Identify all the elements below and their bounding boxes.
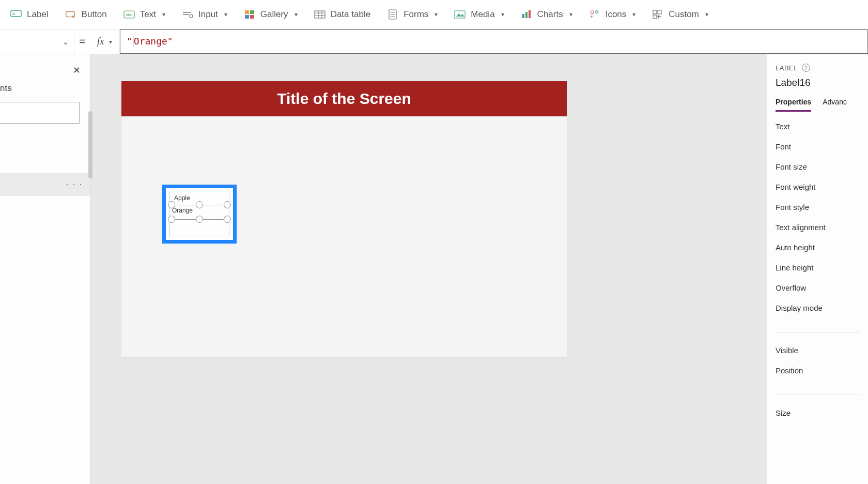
button-icon	[65, 9, 76, 20]
svg-point-7	[190, 14, 193, 18]
prop-font-style[interactable]: Font style	[776, 203, 860, 211]
gallery-template: Apple Orange	[169, 191, 229, 236]
selection-handles-bottom[interactable]	[168, 212, 231, 226]
insert-charts-dropdown[interactable]: Charts ▾	[513, 0, 581, 29]
ribbon-charts-text: Charts	[537, 9, 563, 20]
insert-datatable-button[interactable]: Data table	[306, 0, 379, 29]
gallery-control[interactable]: Apple Orange	[162, 185, 237, 244]
equals-sign: =	[74, 36, 90, 48]
prop-text[interactable]: Text	[776, 122, 860, 131]
tab-properties[interactable]: Properties	[776, 98, 811, 112]
svg-rect-30	[653, 15, 657, 19]
props-list: Text Font Font size Font weight Font sty…	[776, 122, 860, 417]
gallery-icon	[244, 9, 255, 20]
svg-rect-24	[525, 12, 528, 18]
tree-header: nts	[0, 54, 90, 102]
svg-rect-28	[653, 10, 657, 14]
insert-button-button[interactable]: Button	[57, 0, 115, 29]
canvas-area[interactable]: Title of the Screen Apple Orange	[90, 54, 767, 484]
svg-rect-25	[529, 10, 531, 18]
tab-advanced[interactable]: Advanc	[823, 98, 847, 112]
prop-display-mode[interactable]: Display mode	[776, 304, 860, 312]
ribbon-forms-text: Forms	[404, 9, 428, 20]
divider	[776, 395, 860, 395]
svg-rect-23	[522, 14, 524, 18]
insert-media-dropdown[interactable]: Media ▾	[446, 0, 512, 29]
help-icon[interactable]: ?	[802, 64, 810, 72]
forms-icon	[387, 9, 398, 20]
prop-line-height[interactable]: Line height	[776, 263, 860, 272]
formula-input[interactable]: "Orange"	[120, 29, 868, 54]
prop-font[interactable]: Font	[776, 142, 860, 151]
properties-panel: LABEL ? Label16 Properties Advanc Text F…	[767, 54, 868, 484]
tree-search-input[interactable]	[0, 102, 80, 124]
ribbon-custom-text: Custom	[669, 9, 699, 20]
chevron-down-icon: ▾	[501, 11, 504, 18]
chevron-down-icon: ▾	[632, 11, 636, 18]
ribbon-input-text: Input	[198, 9, 218, 20]
tree-selected-item[interactable]: · · ·	[0, 173, 90, 196]
svg-text:A: A	[12, 11, 16, 16]
insert-label-button[interactable]: A Label	[2, 0, 57, 29]
table-icon	[314, 9, 326, 20]
charts-icon	[521, 9, 532, 20]
svg-rect-9	[250, 10, 254, 14]
formula-bar: ⌄ = fx ▾ "Orange"	[0, 29, 868, 54]
prop-font-size[interactable]: Font size	[776, 162, 860, 171]
insert-text-dropdown[interactable]: Abc Text ▾	[115, 0, 174, 29]
fx-dropdown[interactable]: fx ▾	[90, 29, 120, 54]
ribbon: A Label Button Abc Text ▾ Input ▾ Galler…	[0, 0, 868, 29]
chevron-down-icon: ▾	[224, 11, 227, 18]
resize-handle[interactable]	[224, 201, 231, 208]
svg-rect-8	[245, 10, 249, 14]
icons-icon: +	[589, 9, 600, 20]
media-icon	[454, 9, 466, 20]
svg-rect-11	[250, 15, 254, 19]
svg-text:Abc: Abc	[126, 13, 132, 17]
fx-label: fx	[97, 36, 104, 47]
chevron-down-icon: ▾	[295, 11, 298, 18]
svg-rect-12	[315, 11, 325, 18]
formula-value: "Orange"	[127, 36, 173, 48]
chevron-down-icon: ▾	[162, 11, 165, 18]
resize-handle[interactable]	[196, 216, 203, 223]
prop-font-weight[interactable]: Font weight	[776, 183, 860, 191]
chevron-down-icon: ▾	[705, 11, 708, 18]
ribbon-text-text: Text	[140, 9, 156, 20]
resize-handle[interactable]	[168, 216, 175, 223]
insert-custom-dropdown[interactable]: Custom ▾	[644, 0, 717, 29]
main-area: ✕ nts · · · Title of the Screen Apple	[0, 54, 868, 484]
prop-size[interactable]: Size	[776, 409, 860, 417]
ribbon-media-text: Media	[471, 9, 494, 20]
prop-text-align[interactable]: Text alignment	[776, 223, 860, 232]
more-icon[interactable]: · · ·	[66, 180, 83, 189]
svg-text:+: +	[590, 14, 593, 19]
resize-handle[interactable]	[196, 201, 203, 208]
props-control-name[interactable]: Label16	[776, 77, 860, 88]
resize-handle[interactable]	[224, 216, 231, 223]
prop-position[interactable]: Position	[776, 366, 860, 375]
svg-marker-22	[456, 13, 464, 17]
screen-canvas[interactable]: Title of the Screen Apple Orange	[121, 81, 567, 357]
insert-input-dropdown[interactable]: Input ▾	[174, 0, 236, 29]
svg-rect-29	[658, 10, 661, 14]
prop-overflow[interactable]: Overflow	[776, 283, 860, 292]
props-type-label: LABEL	[776, 64, 798, 72]
ribbon-datatable-text: Data table	[331, 9, 371, 20]
prop-auto-height[interactable]: Auto height	[776, 243, 860, 252]
ribbon-button-text: Button	[82, 9, 107, 20]
text-icon: Abc	[123, 9, 135, 20]
close-icon[interactable]: ✕	[73, 65, 81, 76]
chevron-down-icon: ⌄	[63, 38, 69, 46]
input-icon	[182, 9, 193, 20]
prop-visible[interactable]: Visible	[776, 346, 860, 355]
label-icon: A	[10, 9, 22, 20]
property-selector[interactable]: ⌄	[0, 29, 74, 54]
chevron-down-icon: ▾	[435, 11, 438, 18]
screen-title[interactable]: Title of the Screen	[121, 81, 567, 116]
insert-forms-dropdown[interactable]: Forms ▾	[379, 0, 446, 29]
props-type-header: LABEL ?	[776, 64, 860, 72]
insert-gallery-dropdown[interactable]: Gallery ▾	[236, 0, 306, 29]
divider	[776, 332, 860, 332]
insert-icons-dropdown[interactable]: + Icons ▾	[581, 0, 644, 29]
